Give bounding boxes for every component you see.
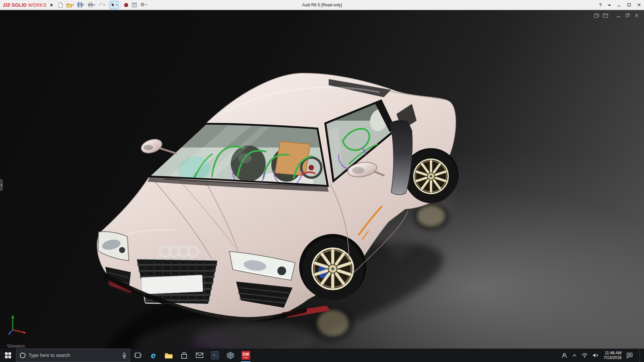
chevron-up-icon — [572, 354, 577, 357]
dropdown-caret-icon: ▾ — [146, 4, 147, 6]
car-3d-model[interactable] — [94, 64, 470, 349]
clock-time: 11:46 AM — [604, 351, 622, 355]
action-center-button[interactable] — [627, 353, 633, 358]
new-document-icon — [58, 2, 63, 8]
store-button[interactable] — [176, 349, 192, 362]
windows-logo-icon — [5, 352, 11, 358]
minimize-icon — [617, 3, 621, 7]
open-document-button[interactable]: ▾ — [65, 1, 75, 9]
window-title: Audi R8 S [Read-only] — [302, 3, 342, 7]
dropdown-caret-icon: ▾ — [83, 4, 85, 6]
view-orientation-label: *Dimetric — [7, 344, 25, 349]
maximize-button[interactable] — [624, 0, 634, 10]
collapse-ribbon-icon[interactable] — [608, 4, 611, 6]
minimize-document-icon[interactable] — [615, 13, 622, 18]
save-icon — [77, 2, 83, 7]
chevron-left-icon — [1, 184, 2, 186]
design-table-icon — [132, 3, 137, 7]
start-button[interactable] — [0, 349, 16, 362]
graphics-viewport[interactable]: *Dimetric — [0, 10, 644, 349]
file-explorer-button[interactable] — [161, 349, 176, 362]
select-cursor-icon — [111, 2, 115, 7]
command-prompt-icon: >_ — [211, 351, 219, 359]
dropdown-caret-icon: ▾ — [73, 4, 74, 6]
speaker-mute-icon — [593, 353, 599, 358]
command-prompt-button[interactable]: >_ — [207, 349, 223, 362]
close-document-icon[interactable] — [633, 13, 640, 18]
show-desktop-button[interactable] — [640, 349, 641, 362]
standard-toolbar: ▾ ▾ ▾ ↶ ▾ — [56, 0, 149, 10]
windshield — [144, 117, 335, 194]
print-button[interactable]: ▾ — [87, 1, 97, 9]
open-folder-icon — [66, 3, 72, 7]
dropdown-caret-icon: ▾ — [116, 4, 117, 6]
select-tool-button[interactable]: ▾ — [110, 1, 119, 9]
design-table-button[interactable] — [130, 1, 138, 9]
people-button[interactable] — [561, 353, 567, 358]
toolbar-separator — [108, 2, 108, 8]
rear-wheel — [405, 149, 457, 203]
search-input[interactable] — [29, 353, 119, 358]
windows-taskbar: e >_ — [0, 349, 644, 362]
solidworks-taskbar-button[interactable]: SW 2017 — [238, 349, 254, 362]
float-window-icon[interactable] — [593, 13, 600, 18]
solidworks-titlebar: DS SOLIDWORKS ▾ — [0, 0, 644, 10]
x-axis-arrow — [23, 331, 26, 334]
cube-app-icon — [227, 352, 234, 359]
network-button[interactable] — [582, 353, 588, 358]
titlebar-controls: ? — [596, 0, 644, 10]
desktop-screen: DS SOLIDWORKS ▾ — [0, 0, 644, 362]
options-button[interactable]: ⚙ ▾ — [139, 1, 148, 9]
people-icon — [561, 353, 567, 358]
undo-button[interactable]: ↶ ▾ — [97, 1, 106, 9]
task-view-icon — [134, 352, 142, 358]
volume-button[interactable] — [593, 353, 599, 358]
edge-browser-button[interactable]: e — [146, 349, 161, 362]
appearance-sphere-icon — [124, 3, 128, 7]
system-tray: 11:46 AM 7/13/2018 — [561, 349, 644, 362]
mail-button[interactable] — [192, 349, 207, 362]
maximize-icon — [627, 3, 631, 7]
hidden-icons-button[interactable] — [572, 354, 577, 357]
dropdown-caret-icon: ▾ — [94, 4, 95, 6]
taskbar-clock[interactable]: 11:46 AM 7/13/2018 — [604, 351, 622, 360]
file-explorer-icon — [165, 352, 173, 359]
new-document-button[interactable] — [57, 1, 64, 9]
action-center-icon — [627, 353, 633, 358]
microphone-icon — [122, 353, 126, 358]
ds-logo-icon: DS — [3, 2, 11, 8]
close-button[interactable] — [634, 0, 644, 10]
close-icon — [637, 3, 641, 7]
appearance-button[interactable] — [122, 1, 130, 9]
restore-document-icon[interactable] — [624, 13, 631, 18]
brand-name-works: WORKS — [28, 2, 47, 8]
solidworks-app-icon: SW 2017 — [241, 351, 250, 360]
y-axis-arrow — [11, 315, 14, 318]
gear-icon: ⚙ — [140, 2, 145, 7]
front-wheel — [302, 237, 364, 300]
orientation-triad[interactable] — [7, 312, 30, 336]
document-window-controls — [593, 13, 640, 18]
license-plate — [141, 275, 203, 294]
wifi-icon — [582, 353, 588, 358]
solidworks-logo: DS SOLIDWORKS — [0, 2, 49, 8]
mail-envelope-icon — [196, 353, 203, 358]
taskbar-search[interactable] — [16, 349, 130, 362]
store-bag-icon — [181, 352, 187, 359]
brand-name-solid: SOLID — [12, 2, 27, 8]
save-button[interactable]: ▾ — [76, 1, 86, 9]
tile-window-icon[interactable] — [602, 13, 609, 18]
3d-viewer-button[interactable] — [223, 349, 238, 362]
edge-icon: e — [151, 351, 156, 360]
document-caption-buttons — [615, 13, 640, 18]
feature-pane-flyout-handle[interactable] — [0, 179, 3, 191]
dropdown-caret-icon: ▾ — [103, 4, 105, 6]
cortana-icon — [20, 353, 25, 358]
menu-expand-icon[interactable] — [51, 3, 53, 7]
minimize-button[interactable] — [614, 0, 624, 10]
clock-date: 7/13/2018 — [604, 355, 622, 360]
toolbar-separator — [120, 2, 121, 8]
help-button[interactable]: ? — [596, 2, 605, 7]
task-view-button[interactable] — [130, 349, 146, 362]
left-mirror — [140, 137, 176, 156]
